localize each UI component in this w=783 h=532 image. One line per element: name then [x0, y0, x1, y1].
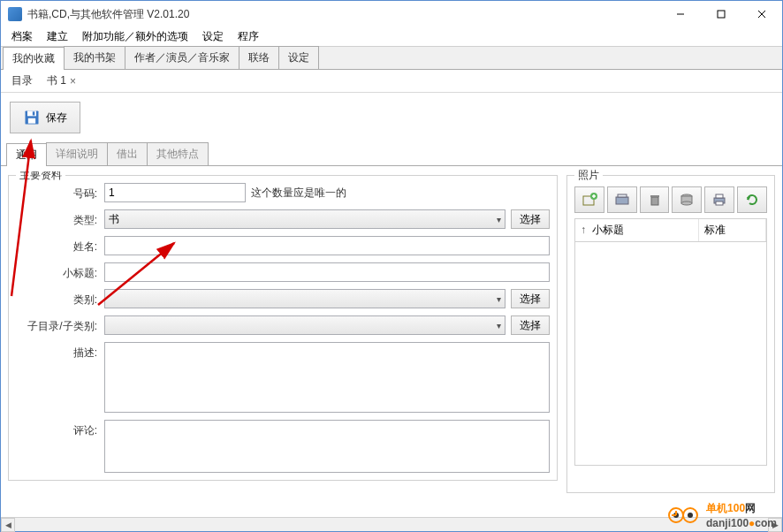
tab-contacts[interactable]: 联络	[239, 46, 279, 69]
scroll-track[interactable]	[15, 518, 768, 532]
label-subcategory: 子目录/子类别:	[16, 315, 104, 334]
menu-create[interactable]: 建立	[40, 27, 75, 46]
main-area: 保存 通用 详细说明 借出 其他特点 主要资料 号码: 这个数量应是唯一的	[1, 93, 782, 517]
scroll-left-icon[interactable]: ◀	[1, 518, 15, 532]
desc-textarea[interactable]	[104, 342, 550, 413]
subtab-book1-label: 书 1	[47, 73, 66, 88]
svg-point-18	[681, 201, 692, 205]
left-pane: 主要资料 号码: 这个数量应是唯一的 类型: 书 ▾	[8, 171, 558, 517]
inner-tab-general[interactable]: 通用	[6, 143, 47, 166]
printer-icon	[711, 192, 727, 208]
svg-rect-15	[650, 195, 659, 197]
type-combo-value: 书	[109, 212, 119, 227]
menu-file[interactable]: 档案	[4, 27, 40, 46]
menu-extra[interactable]: 附加功能／额外的选项	[75, 27, 195, 46]
subcategory-combo[interactable]: ▾	[104, 315, 506, 335]
menu-program[interactable]: 程序	[231, 27, 266, 46]
svg-rect-5	[27, 111, 36, 117]
save-label: 保存	[46, 110, 67, 125]
svg-rect-21	[716, 201, 723, 205]
close-tab-icon[interactable]: ×	[70, 75, 76, 87]
titlebar: 书籍,CD,与其他软件管理 V2.01.20	[1, 1, 782, 27]
save-icon	[23, 109, 41, 126]
sort-asc-icon: ↑	[581, 224, 586, 236]
svg-point-28	[688, 513, 693, 518]
subtab-book1[interactable]: 书 1 ×	[40, 70, 83, 92]
svg-rect-12	[616, 197, 628, 204]
svg-rect-20	[716, 194, 723, 198]
inner-tab-lend[interactable]: 借出	[107, 142, 148, 165]
category-combo[interactable]: ▾	[104, 289, 506, 308]
watermark-logo-icon	[667, 506, 703, 524]
number-note: 这个数量应是唯一的	[251, 186, 346, 201]
refresh-icon	[744, 192, 760, 208]
chevron-down-icon: ▾	[497, 294, 501, 304]
main-tabbar: 我的收藏 我的书架 作者／演员／音乐家 联络 设定	[1, 47, 782, 70]
tab-my-collection[interactable]: 我的收藏	[3, 47, 65, 70]
photo-scan-button[interactable]	[607, 186, 637, 213]
photo-delete-button[interactable]	[640, 186, 670, 213]
chevron-down-icon: ▾	[497, 321, 501, 331]
menubar: 档案 建立 附加功能／额外的选项 设定 程序	[1, 27, 782, 47]
number-input[interactable]	[104, 183, 246, 202]
right-pane: 照片 ↑ 小标题	[566, 171, 775, 517]
tab-settings[interactable]: 设定	[278, 46, 319, 69]
category-select-button[interactable]: 选择	[511, 289, 550, 308]
group-photo: 照片 ↑ 小标题	[566, 175, 775, 493]
label-category: 类别:	[16, 289, 104, 308]
watermark: 单机100网 danji100●com	[667, 501, 777, 529]
group-main-info: 主要资料 号码: 这个数量应是唯一的 类型: 书 ▾	[8, 175, 558, 481]
label-type: 类型:	[16, 209, 104, 228]
photo-col-standard[interactable]: 标准	[699, 219, 766, 241]
chevron-down-icon: ▾	[497, 215, 501, 224]
sub-tabbar: 目录 书 1 ×	[1, 70, 782, 93]
type-combo[interactable]: 书 ▾	[104, 209, 506, 229]
photo-copy-button[interactable]	[672, 186, 702, 213]
inner-tab-detail[interactable]: 详细说明	[46, 142, 108, 165]
watermark-text: 单机100网 danji100●com	[706, 501, 777, 529]
minimize-button[interactable]	[660, 1, 701, 27]
type-select-button[interactable]: 选择	[511, 209, 550, 229]
window-title: 书籍,CD,与其他软件管理 V2.01.20	[27, 7, 660, 22]
close-button[interactable]	[741, 1, 782, 27]
photo-add-button[interactable]	[574, 186, 604, 213]
trash-icon	[647, 192, 663, 208]
tab-my-shelf[interactable]: 我的书架	[64, 46, 125, 69]
save-button[interactable]: 保存	[10, 102, 80, 133]
db-icon	[679, 192, 695, 208]
label-subtitle: 小标题:	[16, 262, 104, 281]
svg-rect-1	[718, 11, 725, 18]
label-number: 号码:	[16, 183, 104, 201]
group-photo-legend: 照片	[574, 168, 603, 183]
photo-col-subtitle-label: 小标题	[592, 224, 624, 236]
subtab-catalog[interactable]: 目录	[4, 70, 40, 92]
app-icon	[8, 7, 22, 21]
inner-tabbar: 通用 详细说明 借出 其他特点	[1, 142, 782, 166]
group-main-legend: 主要资料	[16, 171, 65, 183]
menu-settings[interactable]: 设定	[195, 27, 231, 46]
maximize-button[interactable]	[701, 1, 741, 27]
add-photo-icon	[582, 192, 597, 208]
photo-refresh-button[interactable]	[737, 186, 767, 213]
comment-textarea[interactable]	[104, 420, 550, 473]
svg-rect-7	[33, 111, 35, 115]
name-input[interactable]	[104, 236, 550, 255]
photo-list: ↑ 小标题 标准	[574, 218, 767, 466]
tab-authors[interactable]: 作者／演员／音乐家	[125, 46, 239, 69]
svg-rect-14	[651, 197, 658, 205]
label-name: 姓名:	[16, 236, 104, 255]
inner-tab-other[interactable]: 其他特点	[147, 142, 209, 165]
horizontal-scrollbar[interactable]: ◀ ▶	[1, 517, 782, 531]
photo-col-subtitle[interactable]: ↑ 小标题	[575, 219, 699, 241]
label-desc: 描述:	[16, 342, 104, 361]
label-comment: 评论:	[16, 420, 104, 438]
scanner-icon	[614, 192, 630, 208]
photo-toolbar	[574, 183, 767, 213]
photo-print-button[interactable]	[704, 186, 734, 213]
subtab-catalog-label: 目录	[11, 73, 33, 88]
subcategory-select-button[interactable]: 选择	[511, 315, 550, 335]
svg-rect-13	[618, 194, 627, 197]
subtitle-input[interactable]	[104, 262, 550, 282]
svg-rect-6	[28, 118, 35, 124]
